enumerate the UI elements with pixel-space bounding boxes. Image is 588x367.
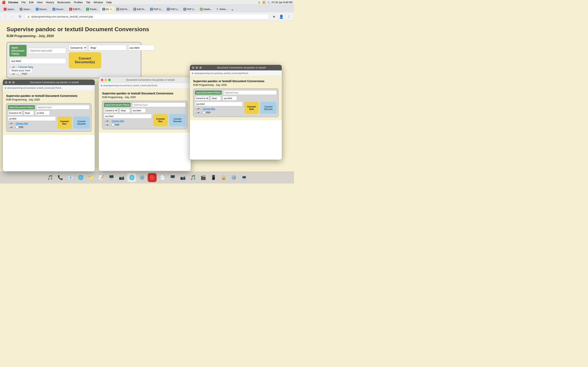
extensions-button[interactable]: ⋮ (286, 14, 292, 20)
dock-item-notes[interactable]: 📝 (96, 173, 105, 182)
dock-item-photos[interactable]: 📷 (117, 173, 126, 182)
url-bar[interactable]: 🔒 rjmprogramming.com.au/macos_textutil_c… (25, 14, 269, 20)
file-text-input[interactable] (9, 58, 66, 64)
dock-item-finder[interactable]: 📁 (86, 173, 95, 182)
window3-choose-btn[interactable]: Choose files (203, 108, 215, 110)
dock-item-monitor[interactable]: 🖥️ (168, 173, 177, 182)
convert-documents-button[interactable]: Convert Document(s) (69, 52, 101, 68)
window1-file-input[interactable] (8, 117, 56, 121)
menu-edit[interactable]: Edit (29, 1, 34, 4)
menu-help[interactable]: Help (106, 1, 112, 4)
window3-max[interactable] (199, 67, 202, 69)
dock-item-music[interactable]: 🎵 (45, 173, 54, 182)
dock-item-music2[interactable]: 🎵 (189, 173, 198, 182)
dock-item-laptop[interactable]: 💻 (240, 173, 249, 182)
reload-button[interactable]: ↻ (17, 14, 23, 20)
dock-item-chrome[interactable]: 🌐 (127, 173, 136, 182)
dock-item-settings[interactable]: ⚙️ (138, 173, 146, 182)
window1-convert-btn[interactable]: Convert Doc (57, 117, 72, 129)
menu-tab[interactable]: Tab (86, 1, 90, 4)
dock-item-safari[interactable]: 🌐 (76, 173, 85, 182)
tab-1[interactable]: r rjmpro... (17, 6, 34, 12)
back-button[interactable]: ‹ (2, 14, 8, 20)
window1-pdf-label[interactable]: PDF (16, 126, 24, 128)
tab-7[interactable]: E Edit Po... (114, 6, 131, 12)
window2-input-path[interactable] (132, 103, 186, 107)
window3-convert-select[interactable]: Convert to (195, 96, 209, 100)
window1-convert-select[interactable]: Convert to (8, 111, 22, 115)
forward-button[interactable]: › (10, 14, 16, 20)
tab-8[interactable]: E Edit Po... (131, 6, 148, 12)
tab-13[interactable]: R Rober... (214, 6, 230, 12)
window3-filename-input[interactable] (223, 96, 237, 100)
window2-convert-select[interactable]: Convert to (104, 108, 118, 113)
dock-item-doc[interactable]: 📄 (158, 173, 167, 182)
window3-input-path[interactable] (223, 90, 277, 95)
tab-10[interactable]: P PHP Li... (165, 6, 181, 12)
menu-bookmarks[interactable]: Bookmarks (57, 1, 71, 4)
tab-12[interactable]: D Dashb... (198, 6, 214, 12)
window1-pdf-checkbox[interactable] (16, 126, 18, 128)
dock-item-phone2[interactable]: 📱 (209, 173, 218, 182)
window1-filename-input[interactable] (35, 111, 50, 115)
window1-close[interactable] (5, 81, 7, 83)
tab-2[interactable]: D Docum... (34, 6, 51, 12)
tab-close-btn[interactable]: ✕ (110, 8, 112, 11)
window1-min[interactable] (9, 81, 11, 83)
new-tab-button[interactable]: + (229, 8, 235, 12)
input-path-field[interactable] (28, 48, 66, 54)
dock-item-video[interactable]: 🎬 (199, 173, 208, 182)
dock-item-gear[interactable]: ⚙️ (229, 173, 238, 182)
window2-convert-doc-btn[interactable]: Convert Docume (169, 114, 186, 126)
menu-file[interactable]: File (21, 1, 26, 4)
menu-chrome[interactable]: Chrome (8, 1, 18, 4)
dock-item-red[interactable]: 🔴 (148, 173, 156, 182)
window2-convert-btn[interactable]: Convert Doc (153, 114, 168, 126)
window3-min[interactable] (196, 67, 198, 69)
output-filename-input[interactable] (128, 45, 155, 50)
dock-item-camera[interactable]: 📷 (178, 173, 187, 182)
window2-filename-input[interactable] (131, 108, 146, 113)
menu-window[interactable]: Window (94, 1, 103, 4)
window2-choose-btn[interactable]: Choose files (112, 120, 124, 122)
bookmark-button[interactable]: ★ (271, 14, 277, 20)
window1-input-path[interactable] (36, 105, 90, 109)
window3-path-input[interactable] (211, 96, 221, 100)
window2-close[interactable] (101, 79, 103, 81)
window2-path-input[interactable] (120, 108, 130, 113)
tab-11[interactable]: P PHP Li... (181, 6, 198, 12)
window3-pdf-checkbox[interactable] (203, 111, 205, 114)
menu-view[interactable]: View (37, 1, 43, 4)
dock-item-terminal[interactable]: 🖥️ (107, 173, 116, 182)
window3-convert-doc-btn[interactable]: Convert Docume (260, 102, 277, 114)
menu-history[interactable]: History (46, 1, 54, 4)
tab-5[interactable]: P Pando... (84, 6, 100, 12)
window3-close[interactable] (192, 67, 194, 69)
tab-active[interactable]: D Do ✕ (100, 6, 114, 12)
apple-menu[interactable]: 🍎 (2, 0, 6, 4)
dock-item-lock[interactable]: 🔒 (219, 173, 228, 182)
window2-file-input[interactable] (104, 114, 152, 118)
menu-profiles[interactable]: Profiles (74, 1, 83, 4)
dock-item-phone[interactable]: 📞 (56, 173, 65, 182)
window1-convert-doc-btn[interactable]: Convert Docume (73, 117, 90, 129)
convert-to-select[interactable]: Convert to html pdf docx (69, 45, 87, 50)
window1-choose-btn[interactable]: Choose files (16, 122, 28, 125)
window1-path-input[interactable] (24, 111, 34, 115)
window3-file-input[interactable] (195, 102, 243, 106)
search-icon[interactable]: 🔍 (267, 1, 270, 4)
tab-3[interactable]: D Docum... (51, 6, 67, 12)
window2-pdf-label[interactable]: PDF (112, 123, 120, 126)
tab-4[interactable]: R RJM Pr... (67, 6, 84, 12)
tab-0[interactable]: r rjmpro... (2, 6, 17, 12)
window3-pdf-label[interactable]: PDF (203, 111, 210, 114)
output-path-input[interactable] (89, 45, 127, 50)
window2-min[interactable] (104, 79, 107, 81)
tab-9[interactable]: P PHP Li... (148, 6, 164, 12)
window2-pdf-checkbox[interactable] (112, 123, 114, 126)
dock-item-mail[interactable]: 📧 (66, 173, 75, 182)
window2-max[interactable] (108, 79, 111, 81)
window1-max[interactable] (12, 81, 15, 83)
window3-convert-btn[interactable]: Convert Dod (244, 102, 259, 114)
profile-button[interactable]: 👤 (278, 14, 284, 20)
